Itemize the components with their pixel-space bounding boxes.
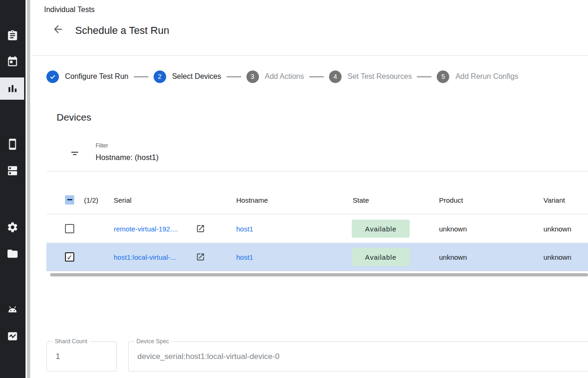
device-spec-field[interactable]: Device Spec device_serial:host1:local-vi… [128, 341, 588, 372]
filter-icon[interactable] [70, 148, 80, 159]
column-header-product: Product [439, 196, 463, 204]
step-configure-test-run[interactable]: Configure Test Run [46, 70, 129, 83]
arrow-back-icon [52, 23, 64, 35]
device-variant: unknown [543, 224, 571, 232]
device-hostname-link[interactable]: host1 [236, 253, 253, 261]
device-list-icon[interactable] [6, 165, 19, 177]
sidebar [0, 0, 26, 378]
step-2-number: 2 [154, 70, 166, 83]
android-icon[interactable] [6, 304, 19, 316]
step-add-actions[interactable]: 3 Add Actions [246, 70, 304, 83]
device-product: unknown [439, 224, 467, 232]
vertical-scrollbar[interactable] [27, 0, 30, 378]
step-set-test-resources[interactable]: 4 Set Test Resources [329, 70, 412, 83]
row-checkbox-checked[interactable] [65, 252, 74, 262]
schedule-test-run-screen: Individual Tests Schedule a Test Run Con… [0, 0, 588, 378]
step-3-number: 3 [246, 70, 259, 83]
step-connector [134, 76, 149, 77]
indeterminate-dash-icon [67, 199, 72, 200]
state-badge: Available [352, 219, 410, 237]
step-connector [309, 76, 324, 77]
step-4-label: Set Test Resources [348, 72, 412, 81]
smartphone-icon[interactable] [6, 138, 19, 150]
column-header-serial: Serial [114, 196, 131, 204]
state-badge: Available [352, 248, 410, 266]
step-connector [417, 76, 432, 77]
selection-count: (1/2) [84, 196, 98, 204]
device-variant: unknown [543, 253, 571, 261]
step-2-label: Select Devices [172, 72, 221, 81]
devices-heading: Devices [57, 112, 91, 123]
stepper: Configure Test Run 2 Select Devices 3 Ad… [46, 65, 588, 88]
calendar-icon[interactable] [6, 56, 19, 68]
device-hostname-link[interactable]: host1 [236, 224, 253, 232]
shard-count-value: 1 [56, 352, 60, 361]
device-row-selected: host1:local-virtual-... host1 Available … [46, 243, 588, 271]
folder-icon[interactable] [6, 248, 19, 260]
row-checkbox[interactable] [65, 224, 74, 233]
step-4-number: 4 [329, 70, 342, 83]
filter-label: Filter [96, 142, 108, 149]
shard-count-field[interactable]: Shard Count 1 [46, 341, 117, 372]
shard-count-label: Shard Count [52, 338, 90, 345]
step-3-label: Add Actions [265, 72, 304, 81]
column-header-variant: Variant [543, 196, 565, 204]
column-header-hostname: Hostname [236, 196, 268, 204]
monitoring-icon[interactable] [6, 330, 19, 342]
page-title: Schedule a Test Run [75, 25, 169, 37]
section-title: Individual Tests [44, 6, 95, 14]
column-header-state: State [353, 196, 369, 204]
step-connector [226, 76, 241, 77]
filter-input[interactable]: Hostname: (host1) [96, 153, 159, 162]
open-in-new-icon[interactable] [196, 252, 205, 262]
filter-underline [46, 171, 588, 172]
open-in-new-icon[interactable] [196, 224, 205, 233]
device-product: unknown [439, 253, 467, 261]
back-button[interactable] [52, 23, 65, 36]
device-spec-value: device_serial:host1:local-virtual-device… [137, 352, 279, 361]
step-5-label: Add Rerun Configs [455, 72, 518, 81]
step-1-check-icon [46, 70, 59, 83]
device-row: remote-virtual-192.... host1 Available u… [46, 215, 588, 243]
header-divider [32, 55, 588, 56]
tasks-icon[interactable] [6, 30, 19, 42]
table-header: (1/2) Serial Hostname State Product Vari… [46, 186, 588, 214]
horizontal-scrollbar[interactable] [50, 273, 588, 276]
step-select-devices[interactable]: 2 Select Devices [154, 70, 221, 83]
bar-chart-icon[interactable] [6, 83, 19, 95]
step-add-rerun-configs[interactable]: 5 Add Rerun Configs [437, 70, 518, 83]
device-spec-label: Device Spec [134, 338, 171, 345]
step-5-number: 5 [437, 70, 449, 83]
settings-icon[interactable] [6, 221, 19, 233]
device-serial-link[interactable]: remote-virtual-192.... [114, 224, 178, 232]
select-all-checkbox[interactable] [65, 195, 74, 205]
step-1-label: Configure Test Run [65, 72, 129, 81]
device-serial-link[interactable]: host1:local-virtual-... [114, 253, 176, 261]
